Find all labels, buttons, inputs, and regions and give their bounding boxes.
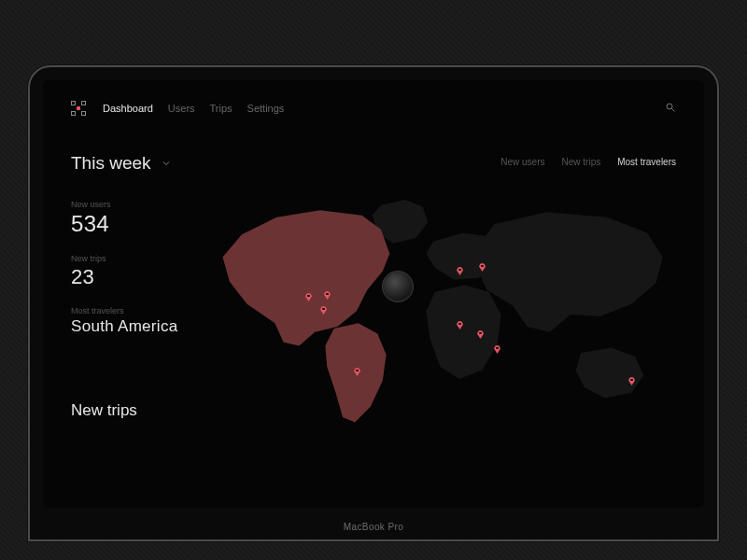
section-new-trips-title: New trips — [71, 401, 676, 420]
stat-value: 534 — [71, 211, 676, 237]
svg-line-1 — [672, 109, 675, 112]
laptop-frame: Dashboard Users Trips Settings This week… — [28, 65, 719, 541]
filter-most-travelers[interactable]: Most travelers — [617, 157, 676, 167]
app-screen: Dashboard Users Trips Settings This week… — [43, 80, 704, 508]
stat-value: South America — [71, 317, 676, 336]
map-pin-icon — [628, 377, 635, 385]
header: Dashboard Users Trips Settings — [71, 101, 676, 116]
top-nav: Dashboard Users Trips Settings — [103, 103, 284, 114]
dashboard-content: This week New users New trips Most trave… — [71, 153, 676, 420]
metric-filters: New users New trips Most travelers — [500, 157, 676, 167]
nav-item-users[interactable]: Users — [168, 103, 195, 114]
map-pin-icon — [354, 368, 360, 376]
period-label: This week — [71, 153, 151, 174]
stat-label: Most travelers — [71, 306, 676, 315]
stat-value: 23 — [71, 265, 676, 289]
map-pin-icon — [494, 345, 500, 354]
region-australia — [576, 347, 644, 398]
search-icon[interactable] — [665, 102, 676, 115]
stat-label: New users — [71, 200, 676, 209]
stat-new-users: New users 534 — [71, 200, 676, 237]
stat-label: New trips — [71, 254, 676, 263]
nav-item-settings[interactable]: Settings — [247, 103, 285, 114]
nav-item-trips[interactable]: Trips — [210, 103, 233, 114]
device-label: MacBook Pro — [30, 522, 717, 532]
svg-point-0 — [667, 104, 672, 109]
stat-new-trips: New trips 23 — [71, 254, 676, 289]
app-logo-icon — [71, 101, 86, 116]
filter-new-users[interactable]: New users — [500, 157, 544, 167]
stats-panel: New users 534 New trips 23 Most traveler… — [71, 200, 676, 336]
nav-item-dashboard[interactable]: Dashboard — [103, 103, 153, 114]
stat-most-travelers: Most travelers South America — [71, 306, 676, 336]
chevron-down-icon — [161, 158, 172, 169]
filter-new-trips[interactable]: New trips — [562, 157, 601, 167]
